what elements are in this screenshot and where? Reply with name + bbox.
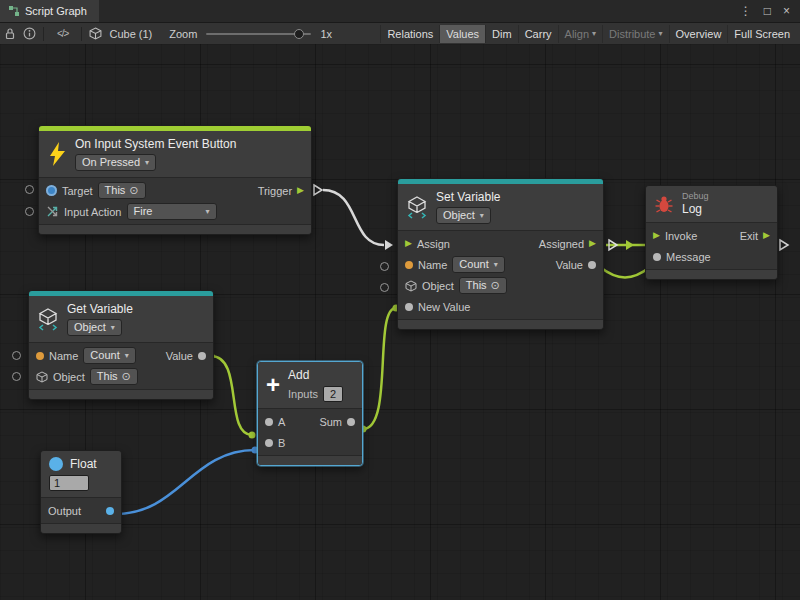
node-body: ▶ Invoke Exit ▶ Message (646, 223, 777, 269)
node-body: A Sum B (258, 409, 362, 455)
chevron-down-icon: ▾ (494, 261, 498, 269)
port-label: Name (418, 259, 447, 271)
toolbar-button-values[interactable]: Values (439, 25, 485, 43)
float-port-icon[interactable] (106, 507, 114, 515)
chip-label: This (466, 279, 487, 292)
node-float[interactable]: Float 1 Output (40, 450, 122, 534)
tab-script-graph[interactable]: Script Graph (0, 0, 99, 22)
flow-output-port-icon[interactable]: ▶ (589, 239, 596, 248)
port-label: Output (48, 505, 81, 517)
unconnected-port-ring[interactable] (25, 185, 34, 194)
node-title: Add (288, 368, 309, 382)
node-body: Name Count ▾ Value Object This (29, 343, 213, 389)
chevron-down-icon: ▾ (480, 212, 484, 220)
flow-input-port-icon[interactable]: ▶ (653, 231, 660, 240)
inputs-count-field[interactable]: 2 (323, 386, 343, 402)
port-label: Assign (417, 238, 450, 250)
value-port-icon[interactable] (405, 303, 413, 311)
flow-output-port-icon[interactable]: ▶ (763, 231, 770, 240)
node-get-variable[interactable]: Get Variable Object ▾ Name Count ▾ (28, 290, 214, 400)
float-value-field[interactable]: 1 (49, 475, 89, 491)
input-action-dropdown[interactable]: Fire ▾ (127, 203, 217, 220)
button-label: Distribute (609, 28, 655, 40)
node-header: On Input System Event Button On Pressed … (39, 131, 311, 178)
wire-sum-to-newvalue[interactable] (363, 308, 396, 429)
node-debug-log[interactable]: Debug Log ▶ Invoke Exit ▶ Message (645, 185, 778, 280)
variable-icon (37, 308, 59, 331)
wire-endpoint (249, 432, 256, 439)
close-icon[interactable]: × (783, 4, 790, 18)
target-self-chip[interactable]: This ⊙ (459, 277, 507, 294)
value-port-icon[interactable] (588, 261, 596, 269)
node-on-input-system-event-button[interactable]: On Input System Event Button On Pressed … (38, 125, 312, 235)
string-port-icon[interactable] (405, 261, 413, 269)
port-row-target: Target This ⊙ Trigger ▶ (39, 180, 311, 201)
variable-kind-dropdown[interactable]: Object ▾ (67, 319, 122, 336)
value-port-icon[interactable] (198, 352, 206, 360)
zoom-slider-handle[interactable] (294, 29, 304, 39)
port-label: Input Action (64, 206, 122, 218)
kebab-menu-icon[interactable]: ⋮ (740, 4, 752, 18)
toolbar-button-fullscreen[interactable]: Full Screen (727, 25, 796, 43)
title-bar: Script Graph ⋮ □ × (0, 0, 800, 23)
wire-value-to-message[interactable] (600, 267, 650, 278)
node-header: Float 1 (41, 451, 121, 498)
lock-icon[interactable] (4, 27, 16, 40)
port-label: Name (49, 350, 78, 362)
info-icon[interactable] (23, 27, 36, 40)
zoom-slider[interactable] (206, 28, 311, 40)
button-label: Full Screen (734, 28, 790, 40)
wire-getvalue-to-a[interactable] (211, 356, 252, 435)
unconnected-port-ring[interactable] (380, 283, 389, 292)
toolbar-button-distribute[interactable]: Distribute▾ (602, 25, 668, 43)
dropdown-value: Object (443, 209, 475, 222)
port-label: Value (166, 350, 193, 362)
zoom-label: Zoom (169, 28, 197, 40)
toolbar-button-align[interactable]: Align▾ (558, 25, 602, 43)
node-add[interactable]: + Add Inputs 2 A Sum (257, 361, 363, 466)
variable-name-dropdown[interactable]: Count ▾ (83, 347, 135, 364)
value-port-icon[interactable] (653, 253, 661, 261)
button-label: Values (446, 28, 479, 40)
wire-float-to-b[interactable] (116, 450, 255, 514)
variable-name-dropdown[interactable]: Count ▾ (452, 256, 504, 273)
toolbar-button-dim[interactable]: Dim (485, 25, 518, 43)
event-mode-dropdown[interactable]: On Pressed ▾ (75, 154, 156, 171)
unconnected-port-ring[interactable] (12, 351, 21, 360)
toolbar-button-relations[interactable]: Relations (380, 25, 439, 43)
flow-arrow-outline-icon (609, 240, 617, 250)
wire-trigger-to-assign[interactable] (323, 190, 384, 245)
tab-title: Script Graph (25, 5, 87, 17)
plus-icon: + (266, 374, 280, 396)
maximize-icon[interactable]: □ (764, 4, 771, 18)
code-view-icon[interactable]: </> (51, 28, 74, 39)
inputs-label: Inputs (288, 388, 318, 400)
chevron-down-icon: ▾ (111, 324, 115, 332)
toolbar-button-overview[interactable]: Overview (669, 25, 728, 43)
graph-target-label[interactable]: Cube (1) (109, 28, 152, 40)
variable-kind-dropdown[interactable]: Object ▾ (436, 207, 491, 224)
flow-output-port-icon[interactable]: ▶ (297, 186, 304, 195)
node-set-variable[interactable]: Set Variable Object ▾ ▶ Assign Assigned … (397, 178, 604, 330)
string-port-icon[interactable] (36, 352, 44, 360)
value-port-icon[interactable] (265, 418, 273, 426)
value-port-icon[interactable] (347, 418, 355, 426)
dropdown-value: Fire (134, 205, 153, 218)
port-row-object: Object This ⊙ (29, 366, 213, 387)
node-footer (646, 269, 777, 279)
graph-canvas[interactable]: On Input System Event Button On Pressed … (0, 44, 800, 600)
value-port-icon[interactable] (265, 439, 273, 447)
target-self-chip[interactable]: This ⊙ (90, 368, 138, 385)
port-label: Sum (319, 416, 342, 428)
toolbar-separator (43, 27, 44, 41)
flow-arrow-icon (385, 240, 393, 250)
unconnected-port-ring[interactable] (380, 262, 389, 271)
node-footer (39, 224, 311, 234)
unconnected-port-ring[interactable] (12, 372, 21, 381)
target-self-chip[interactable]: This ⊙ (98, 182, 146, 199)
flow-input-port-icon[interactable]: ▶ (405, 239, 412, 248)
toolbar-button-carry[interactable]: Carry (518, 25, 558, 43)
unconnected-port-ring[interactable] (25, 207, 34, 216)
gameobject-icon (46, 185, 57, 196)
graph-icon (8, 5, 20, 17)
